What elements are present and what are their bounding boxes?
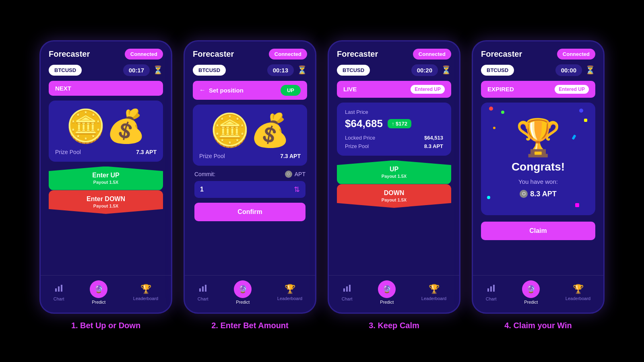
chest-icon-1: 🪙💰: [66, 110, 146, 142]
up-badge-2: UP: [281, 85, 301, 96]
main-container: Forecaster Connected BTCUSD 00:17 ⏳ NEXT…: [31, 24, 613, 338]
step-label-4: 4. Claim your Win: [504, 321, 572, 330]
down-button-3[interactable]: DOWN Payout 1.5X: [337, 184, 451, 208]
input-arrow-2[interactable]: ⇅: [294, 185, 300, 194]
phone-wrapper-3: Forecaster Connected BTCUSD 00:20 ⏳ LIVE…: [328, 40, 460, 330]
status-bar-2: ← Set position UP: [193, 81, 307, 100]
up-payout-3: Payout 1.5X: [342, 173, 446, 179]
status-label-4: EXPIRED: [487, 86, 514, 93]
live-details-3: Locked Price $64,513: [345, 135, 443, 141]
svg-rect-3: [199, 288, 201, 292]
prize-row-2: Prize Pool 7.3 APT: [199, 153, 301, 159]
back-arrow-2[interactable]: ←: [199, 86, 206, 94]
up-label-3: UP: [342, 165, 446, 174]
commit-area-2: Commit: ⬡ APT ⇅ Confirm: [193, 171, 307, 221]
btn-wrapper-3: UP Payout 1.5X DOWN Payout 1.5X: [337, 160, 451, 208]
app-title-3: Forecaster: [337, 49, 378, 59]
nav-chart-label-1: Chart: [54, 296, 64, 301]
step-label-1: 1. Bet Up or Down: [71, 321, 140, 330]
nav-leaderboard-1[interactable]: 🏆 Leaderboard: [133, 284, 158, 301]
trophy-icon-4: 🏆: [516, 119, 561, 156]
phone-1: Forecaster Connected BTCUSD 00:17 ⏳ NEXT…: [39, 40, 172, 314]
congrats-sub-4: You have won:: [518, 178, 558, 185]
app-title-1: Forecaster: [49, 49, 90, 59]
commit-label-row-2: Commit: ⬡ APT: [194, 171, 305, 178]
content-4: 🏆 Congrats! You have won: ⬡ 8.3 APT Clai…: [473, 103, 603, 275]
nav-predict-1[interactable]: 🔮 Predict: [90, 280, 107, 304]
status-left-2: ← Set position: [199, 86, 244, 94]
nav-chart-2[interactable]: Chart: [198, 284, 208, 301]
connected-badge-2: Connected: [269, 49, 307, 60]
app-title-2: Forecaster: [193, 49, 234, 59]
timer-area-4: 00:00 ⏳: [555, 64, 595, 76]
live-prize-row-3: Prize Pool 8.3 APT: [345, 143, 443, 149]
leaderboard-icon-2: 🏆: [285, 284, 295, 294]
nav-predict-2[interactable]: 🔮 Predict: [234, 280, 252, 304]
congrats-card-4: 🏆 Congrats! You have won: ⬡ 8.3 APT: [481, 103, 595, 215]
confetti-7: [493, 127, 495, 129]
enter-down-button-1[interactable]: Enter DOWN Payout 1.5X: [49, 190, 163, 214]
claim-button-4[interactable]: Claim: [481, 222, 595, 240]
last-price-label-3: Last Price: [345, 109, 443, 115]
nav-predict-3[interactable]: 🔮 Predict: [378, 280, 396, 304]
nav-chart-4[interactable]: Chart: [486, 284, 497, 301]
phone-wrapper-1: Forecaster Connected BTCUSD 00:17 ⏳ NEXT…: [39, 40, 172, 330]
leaderboard-icon-4: 🏆: [573, 284, 584, 294]
nav-predict-label-2: Predict: [236, 300, 250, 304]
confetti-2: [501, 111, 504, 114]
locked-price-val-3: $64,513: [424, 135, 443, 141]
svg-rect-8: [349, 285, 351, 292]
entered-badge-3: Entered UP: [411, 85, 445, 94]
chart-icon-3: [343, 284, 351, 295]
nav-chart-1[interactable]: Chart: [54, 284, 64, 301]
commit-input-row-2: ⇅: [194, 181, 305, 198]
timer-area-2: 00:13 ⏳: [267, 64, 307, 76]
status-bar-3: LIVE Entered UP: [337, 81, 451, 98]
header-1: Forecaster Connected: [41, 41, 171, 64]
status-label-3: LIVE: [343, 86, 357, 93]
live-price-3: $64,685: [345, 117, 383, 130]
nav-leaderboard-label-2: Leaderboard: [277, 296, 302, 301]
svg-rect-0: [55, 288, 57, 292]
phone-2: Forecaster Connected BTCUSD 00:13 ⏳ ← Se…: [184, 40, 316, 314]
prize-label-2: Prize Pool: [199, 153, 225, 159]
congrats-title-4: Congrats!: [512, 160, 565, 173]
congrats-area-4: 🏆 Congrats! You have won: ⬡ 8.3 APT: [512, 116, 565, 202]
nav-chart-label-4: Chart: [486, 296, 497, 301]
nav-leaderboard-3[interactable]: 🏆 Leaderboard: [421, 284, 446, 301]
nav-predict-4[interactable]: 🔮 Predict: [522, 280, 540, 304]
nav-4: Chart 🔮 Predict 🏆 Leaderboard: [473, 275, 603, 313]
prize-value-1: 7.3 APT: [136, 149, 157, 155]
nav-chart-3[interactable]: Chart: [342, 284, 353, 301]
connected-badge-3: Connected: [413, 49, 451, 60]
pair-badge-4: BTCUSD: [481, 65, 514, 76]
svg-rect-7: [346, 286, 348, 292]
svg-rect-5: [205, 285, 206, 292]
header-2: Forecaster Connected: [185, 41, 315, 64]
timer-1: 00:17: [123, 64, 150, 76]
locked-price-label-3: Locked Price: [345, 135, 375, 141]
nav-predict-label-3: Predict: [380, 300, 394, 304]
enter-up-button-1[interactable]: Enter UP Payout 1.5X: [49, 167, 163, 190]
commit-input-2[interactable]: [200, 186, 294, 193]
timer-icon-2: ⏳: [297, 65, 307, 75]
predict-icon-4: 🔮: [522, 280, 540, 298]
enter-up-label-1: Enter UP: [54, 171, 158, 180]
chest-icon-2: 🪙💰: [210, 114, 290, 146]
status-label-1: NEXT: [55, 85, 71, 92]
live-price-row-3: $64,685 ↑ $172: [345, 117, 443, 130]
confirm-button-2[interactable]: Confirm: [194, 203, 305, 221]
up-button-3[interactable]: UP Payout 1.5X: [337, 160, 451, 184]
prize-card-2: 🪙💰 Prize Pool 7.3 APT: [193, 105, 307, 166]
leaderboard-icon-1: 🏆: [140, 284, 151, 294]
chart-icon-1: [54, 284, 63, 295]
up-payout-1: Payout 1.5X: [54, 179, 158, 185]
nav-leaderboard-4[interactable]: 🏆 Leaderboard: [566, 284, 590, 301]
price-change-3: ↑ $172: [388, 119, 411, 128]
nav-chart-label-2: Chart: [198, 296, 208, 301]
app-title-4: Forecaster: [481, 49, 522, 59]
phone-wrapper-4: Forecaster Connected BTCUSD 00:00 ⏳ EXPI…: [472, 40, 605, 330]
nav-predict-label-4: Predict: [524, 300, 538, 304]
prize-value-3: 8.3 APT: [424, 143, 443, 149]
nav-leaderboard-2[interactable]: 🏆 Leaderboard: [277, 284, 302, 301]
